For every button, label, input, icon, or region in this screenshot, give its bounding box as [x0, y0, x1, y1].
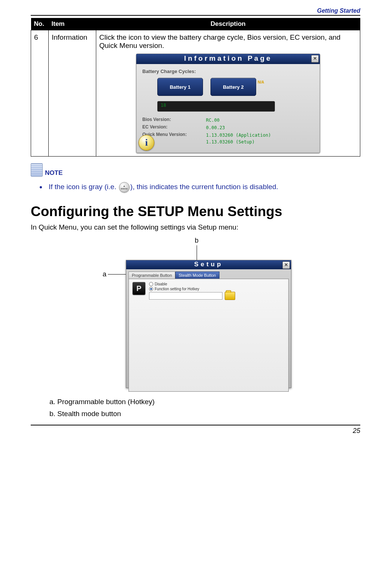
radio-disable[interactable] [149, 282, 153, 286]
col-item-header: Item [49, 18, 96, 30]
radio-hotkey-label: Function setting for Hotkey [155, 287, 199, 291]
battery1-button[interactable]: Battery 1 [157, 78, 203, 96]
col-no-header: No. [31, 18, 49, 30]
note-text-pre: If the icon is gray (i.e. [49, 183, 118, 191]
info-panel-title-text: Information Page [184, 54, 272, 62]
radio-disable-label: Disable [155, 282, 167, 286]
setup-tab-body: P Disable Function setting for Hotkey [128, 279, 289, 392]
browse-folder-icon[interactable] [225, 292, 235, 300]
setup-panel: Setup ✕ Programmable Button Stealth Mode… [126, 260, 291, 388]
quickmenu-version-values: 1.13.03260 (Application) 1.13.03260 (Set… [206, 132, 271, 145]
list-item-a: a. Programmable button (Hotkey) [49, 398, 360, 406]
radio-hotkey[interactable] [149, 287, 153, 291]
quickmenu-version-setup: 1.13.03260 (Setup) [206, 139, 271, 145]
bios-version-label: Bios Version: [142, 117, 206, 122]
note-text: If the icon is gray (i.e. ▲WWAN), this i… [31, 182, 360, 193]
row-desc-text: Click the icon to view the battery charg… [99, 33, 357, 50]
info-icon: i [139, 135, 154, 151]
note-icon [31, 163, 43, 177]
battery-cycle-count-box: 18 [157, 101, 275, 112]
col-desc-header: Description [96, 18, 360, 30]
page-number: 25 [31, 425, 360, 435]
close-icon[interactable]: ✕ [282, 261, 290, 269]
tab-programmable-button[interactable]: Programmable Button [128, 272, 175, 279]
info-panel-title: Information Page ✕ [136, 54, 320, 64]
quickmenu-version-app: 1.13.03260 (Application) [206, 132, 271, 139]
setup-panel-title: Setup ✕ [126, 260, 291, 269]
close-icon[interactable]: ✕ [311, 55, 319, 63]
quickmenu-version-label: Quick Menu Version: [142, 132, 206, 137]
page-title: Configuring the SETUP Menu Settings [31, 203, 360, 220]
row-item: Information [49, 30, 96, 157]
information-page-panel: Information Page ✕ Battery Charge Cycles… [136, 54, 320, 153]
callout-a: a [103, 270, 127, 278]
battery-cycles-label: Battery Charge Cycles: [142, 69, 314, 74]
section-header: Getting Started [31, 7, 360, 16]
wwan-icon: ▲WWAN [119, 182, 130, 193]
ec-version-value: 0.00.23 [206, 124, 225, 131]
row-desc-cell: Click the icon to view the battery charg… [96, 30, 360, 157]
row-no: 6 [31, 30, 49, 157]
note-label: NOTE [45, 169, 63, 177]
na-badge: N/A [258, 80, 264, 84]
list-item-b: b. Stealth mode button [49, 410, 360, 418]
setup-figure: b a Setup ✕ Programmable Button Stealth … [94, 237, 297, 394]
feature-table: No. Item Description 6 Information Click… [31, 18, 360, 157]
hotkey-input[interactable] [149, 292, 222, 300]
p-key-icon: P [133, 282, 145, 295]
bios-version-value: RC.00 [206, 117, 219, 124]
intro-text: In Quick Menu, you can set the following… [31, 223, 360, 231]
setup-panel-title-text: Setup [194, 261, 223, 268]
tab-stealth-mode-button[interactable]: Stealth Mode Button [175, 272, 219, 279]
ec-version-label: EC Version: [142, 124, 206, 130]
bullet-icon [40, 186, 42, 188]
callout-a-label: a [103, 270, 106, 278]
battery-cycle-count: 18 [161, 103, 166, 108]
callout-b: b [195, 237, 198, 260]
battery2-button[interactable]: Battery 2 [210, 78, 256, 96]
note-text-post: ), this indicates the current function i… [130, 183, 278, 191]
callout-b-label: b [195, 237, 198, 244]
